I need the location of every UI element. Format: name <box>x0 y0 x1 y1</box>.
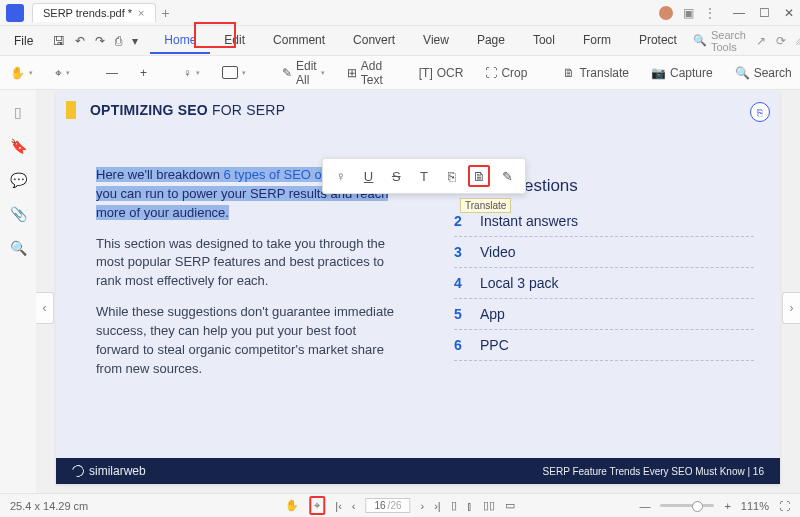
first-page-icon[interactable]: |‹ <box>335 500 342 512</box>
prev-page-nav[interactable]: ‹ <box>36 292 54 324</box>
read-mode-icon[interactable]: ▭ <box>505 499 515 512</box>
text-tool-icon[interactable]: T <box>413 165 435 187</box>
tooltip: Translate <box>460 198 511 213</box>
footer-text: SERP Feature Trends Every SEO Must Know … <box>543 466 764 477</box>
edit-all-button[interactable]: ✎ Edit All ▾ <box>278 56 329 90</box>
zoom-slider[interactable] <box>660 504 714 507</box>
zoom-value[interactable]: 111% <box>741 500 769 512</box>
expand-icon[interactable]: ␥ <box>796 34 800 48</box>
shape-tool[interactable]: ▾ <box>218 63 250 82</box>
edit-selection-icon[interactable]: ✎ <box>496 165 518 187</box>
document-area: OPTIMIZING SEO FOR SERP ⎘ Here we'll bre… <box>36 90 800 493</box>
menu-file[interactable]: File <box>6 30 41 52</box>
document-tab[interactable]: SERP trends.pdf * × <box>32 3 156 22</box>
next-page-icon[interactable]: › <box>421 500 425 512</box>
list-item: 4Local 3 pack <box>454 268 754 299</box>
share-icon[interactable]: ▾ <box>132 34 138 48</box>
menu-tab-protect[interactable]: Protect <box>625 28 691 54</box>
menu-tab-home[interactable]: Home <box>150 28 210 54</box>
open-external-icon[interactable]: ↗ <box>756 34 766 48</box>
bookmarks-icon[interactable]: 🔖 <box>10 138 27 154</box>
underline-tool-icon[interactable]: U <box>358 165 380 187</box>
menu-tabs: Home Edit Comment Convert View Page Tool… <box>150 28 691 54</box>
redo-icon[interactable]: ↷ <box>95 34 105 48</box>
print-icon[interactable]: ⎙ <box>115 34 122 48</box>
list-item: 6PPC <box>454 330 754 361</box>
body-text: Here we'll breakdown 6 types of SEO opti… <box>96 166 396 390</box>
bundle-icon[interactable]: ⎘ <box>750 102 770 122</box>
add-text-button[interactable]: ⊞ Add Text <box>343 56 387 90</box>
zoom-out-icon[interactable]: — <box>639 500 650 512</box>
fit-page-icon[interactable]: ⛶ <box>779 500 790 512</box>
crop-button[interactable]: ⛶ Crop <box>481 63 531 83</box>
close-window-button[interactable]: ✕ <box>784 6 794 20</box>
cloud-icon[interactable]: ⟳ <box>776 34 786 48</box>
avatar-icon[interactable] <box>659 6 673 20</box>
strikethrough-tool-icon[interactable]: S <box>385 165 407 187</box>
two-page-icon[interactable]: ▯▯ <box>483 499 495 512</box>
menu-tab-comment[interactable]: Comment <box>259 28 339 54</box>
workarea: ▯ 🔖 💬 📎 🔍 OPTIMIZING SEO FOR SERP ⎘ Here… <box>0 90 800 493</box>
page-content: OPTIMIZING SEO FOR SERP ⎘ Here we'll bre… <box>56 92 780 484</box>
menu-tab-page[interactable]: Page <box>463 28 519 54</box>
page-footer: similarweb SERP Feature Trends Every SEO… <box>56 458 780 484</box>
single-page-icon[interactable]: ▯ <box>451 499 457 512</box>
search-tools-field[interactable]: 🔍 Search Tools <box>693 29 746 53</box>
list-item: 3Video <box>454 237 754 268</box>
minimize-button[interactable]: — <box>733 6 745 20</box>
last-page-icon[interactable]: ›| <box>434 500 441 512</box>
search-panel-icon[interactable]: 🔍 <box>10 240 27 256</box>
menubar: File 🖫 ↶ ↷ ⎙ ▾ Home Edit Comment Convert… <box>0 26 800 56</box>
maximize-button[interactable]: ☐ <box>759 6 770 20</box>
brand-logo: similarweb <box>72 464 146 478</box>
zoom-in-icon[interactable]: + <box>724 500 730 512</box>
next-page-nav[interactable]: › <box>782 292 800 324</box>
similarweb-logo-icon <box>70 463 86 479</box>
select-tool-icon[interactable]: ⌖ ▾ <box>51 63 74 83</box>
menu-tab-view[interactable]: View <box>409 28 463 54</box>
section-title: OPTIMIZING SEO FOR SERP <box>90 102 285 118</box>
zoom-in-button[interactable]: + <box>136 63 151 83</box>
hand-mode-icon[interactable]: ✋ <box>285 499 299 512</box>
search-icon: 🔍 <box>693 34 707 47</box>
ocr-button[interactable]: [T] OCR <box>415 63 468 83</box>
thumbnails-icon[interactable]: ▯ <box>14 104 22 120</box>
save-icon[interactable]: 🖫 <box>53 34 65 48</box>
toolbar: ✋ ▾ ⌖ ▾ — + ♀ ▾ ▾ ✎ Edit All ▾ ⊞ Add Tex… <box>0 56 800 90</box>
menu-tab-tool[interactable]: Tool <box>519 28 569 54</box>
undo-icon[interactable]: ↶ <box>75 34 85 48</box>
capture-button[interactable]: 📷 Capture <box>647 63 717 83</box>
prev-page-icon[interactable]: ‹ <box>352 500 356 512</box>
statusbar: 25.4 x 14.29 cm ✋ ⌖ |‹ ‹ 16/26 › ›| ▯ ⫿ … <box>0 493 800 517</box>
titlebar: SERP trends.pdf * × + ▣ ⋮ — ☐ ✕ <box>0 0 800 26</box>
hand-tool-icon[interactable]: ✋ ▾ <box>6 63 37 83</box>
translate-button[interactable]: 🗎 Translate <box>559 63 633 83</box>
tab-title: SERP trends.pdf * <box>43 7 132 19</box>
search-placeholder: Search Tools <box>711 29 746 53</box>
section-marker <box>66 101 76 119</box>
add-tab-button[interactable]: + <box>162 5 170 21</box>
zoom-out-button[interactable]: — <box>102 63 122 83</box>
selection-toolbar: ♀ U S T ⎘ 🗎 ✎ <box>322 158 526 194</box>
close-tab-icon[interactable]: × <box>138 7 144 19</box>
highlight-tool-icon[interactable]: ♀ <box>330 165 352 187</box>
menu-tab-form[interactable]: Form <box>569 28 625 54</box>
menu-tab-edit[interactable]: Edit <box>210 28 259 54</box>
app-icon <box>6 4 24 22</box>
search-button[interactable]: 🔍 Search <box>731 63 796 83</box>
list-item: 5App <box>454 299 754 330</box>
kebab-menu-icon[interactable]: ⋮ <box>704 6 715 20</box>
attachments-icon[interactable]: 📎 <box>10 206 27 222</box>
select-mode-icon[interactable]: ⌖ <box>309 496 325 515</box>
stamp-tool[interactable]: ♀ ▾ <box>179 63 204 83</box>
paragraph-2: This section was designed to take you th… <box>96 235 396 292</box>
menu-tab-convert[interactable]: Convert <box>339 28 409 54</box>
translate-selection-icon[interactable]: 🗎 <box>468 165 490 187</box>
continuous-page-icon[interactable]: ⫿ <box>467 500 473 512</box>
comments-icon[interactable]: 💬 <box>10 172 27 188</box>
cursor-position: 25.4 x 14.29 cm <box>10 500 88 512</box>
page-number-input[interactable]: 16/26 <box>365 498 410 513</box>
copy-tool-icon[interactable]: ⎘ <box>441 165 463 187</box>
paragraph-3: While these suggestions don't guarantee … <box>96 303 396 378</box>
panel-icon[interactable]: ▣ <box>683 6 694 20</box>
